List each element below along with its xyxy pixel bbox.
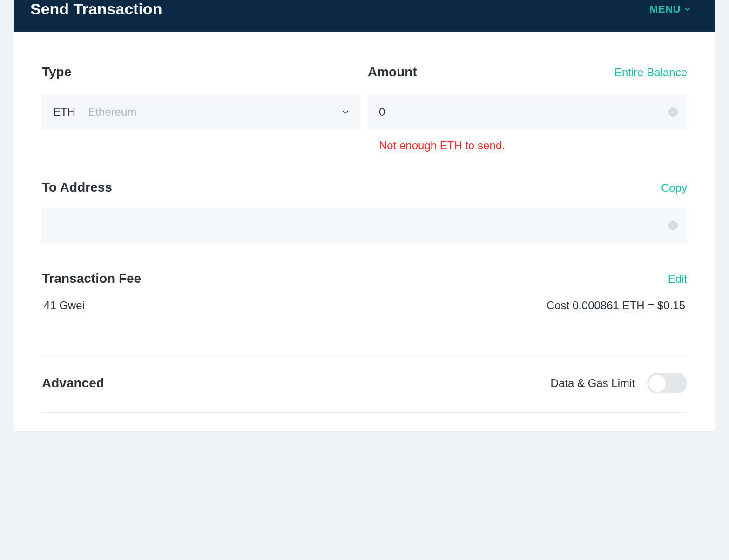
type-selected: ETH - Ethereum <box>53 106 136 119</box>
type-label-row: Type <box>42 65 361 81</box>
to-address-label-row: To Address Copy <box>42 180 687 195</box>
type-column: Type ETH - Ethereum <box>42 65 361 130</box>
copy-link[interactable]: Copy <box>661 181 687 194</box>
chevron-down-icon <box>683 5 692 13</box>
advanced-controls: Data & Gas Limit <box>551 373 687 393</box>
advanced-label: Advanced <box>42 376 104 391</box>
amount-input-box <box>368 94 687 130</box>
check-icon <box>668 107 678 117</box>
card-header: Send Transaction MENU <box>14 0 715 32</box>
to-address-input-box <box>42 208 687 243</box>
amount-label-row: Amount Entire Balance <box>368 65 687 81</box>
toggle-knob <box>649 375 666 392</box>
send-transaction-card: Send Transaction MENU Type ETH - Ethereu… <box>14 0 715 431</box>
amount-input[interactable] <box>379 106 676 119</box>
to-address-input[interactable] <box>53 219 676 232</box>
fee-section: Transaction Fee Edit 41 Gwei Cost 0.0008… <box>42 271 687 312</box>
menu-button[interactable]: MENU <box>649 3 692 15</box>
page-title: Send Transaction <box>30 0 162 18</box>
type-name: - Ethereum <box>81 106 137 118</box>
advanced-section: Advanced Data & Gas Limit <box>42 354 687 413</box>
type-amount-row: Type ETH - Ethereum Amount Entire Balanc… <box>42 65 687 152</box>
to-address-label: To Address <box>42 180 112 195</box>
fee-gwei: 41 Gwei <box>44 299 85 312</box>
fee-label-row: Transaction Fee Edit <box>42 271 687 286</box>
menu-label: MENU <box>649 3 681 15</box>
fee-edit-link[interactable]: Edit <box>668 273 687 286</box>
card-body: Type ETH - Ethereum Amount Entire Balanc… <box>14 32 715 431</box>
fee-values: 41 Gwei Cost 0.000861 ETH = $0.15 <box>42 299 687 312</box>
check-icon <box>668 221 678 230</box>
data-gas-toggle[interactable] <box>647 373 687 393</box>
fee-label: Transaction Fee <box>42 271 141 286</box>
type-dropdown[interactable]: ETH - Ethereum <box>42 94 361 130</box>
chevron-down-icon <box>341 107 350 117</box>
type-symbol: ETH <box>53 106 75 118</box>
fee-cost: Cost 0.000861 ETH = $0.15 <box>547 299 685 312</box>
type-label: Type <box>42 65 71 80</box>
toggle-label: Data & Gas Limit <box>551 377 635 390</box>
to-address-section: To Address Copy <box>42 180 687 243</box>
amount-label: Amount <box>368 65 417 80</box>
amount-error: Not enough ETH to send. <box>379 139 687 152</box>
amount-column: Amount Entire Balance Not enough ETH to … <box>368 65 687 152</box>
entire-balance-link[interactable]: Entire Balance <box>614 66 687 79</box>
